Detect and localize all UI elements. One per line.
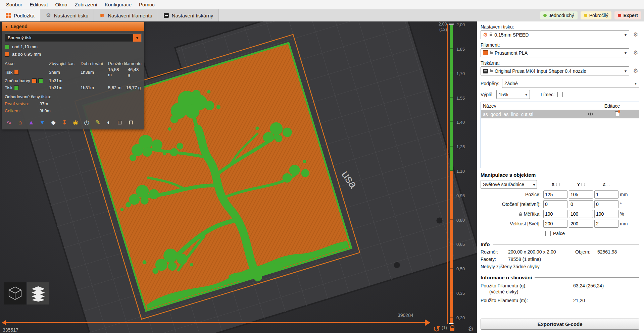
mode-selector: Jednoduchý Pokročilý Expert: [540, 9, 644, 21]
uniform-scale-lock-icon[interactable]: [519, 214, 522, 216]
position-x-field[interactable]: [543, 190, 567, 199]
tab-filament-settings[interactable]: ≋ Nastavení filamentu: [94, 9, 158, 21]
gcode-preview-3d-viewport[interactable]: usa ▼ Legend Barevný tisk ▼ nad 1,10 mm: [0, 21, 477, 333]
facets-label: Facety:: [481, 257, 508, 262]
menu-pomoc[interactable]: Pomoc: [136, 1, 158, 8]
rotation-y-field[interactable]: [569, 200, 593, 208]
feature-toggle-icons: ∿ ⌂ ▲ ▼ ◆ ↧ ◉ ◷ ✎ ◐ □ ⊓: [5, 117, 142, 127]
printer-edit-gear-icon[interactable]: ⚙: [632, 67, 639, 74]
tool-marker-icon[interactable]: ⊓: [127, 119, 135, 126]
pause-prints-icon[interactable]: ◷: [83, 119, 90, 126]
deretractions-icon[interactable]: ▼: [39, 119, 46, 126]
layer-tick: 2,00: [456, 22, 473, 27]
view-type-dropdown-icon[interactable]: ▼: [133, 34, 141, 42]
menu-konfigurace[interactable]: Konfigurace: [101, 1, 135, 8]
scale-z-field[interactable]: [594, 210, 618, 218]
size-info-label: Rozměr:: [481, 249, 508, 255]
infill-label: Výplň:: [481, 92, 494, 97]
undo-icon[interactable]: ↺: [433, 324, 440, 333]
position-z-field[interactable]: [594, 190, 618, 199]
used-filament-g-value: 63,24 (256,24): [573, 283, 639, 288]
visibility-eye-icon[interactable]: [585, 112, 595, 117]
menu-editovat[interactable]: Editovat: [26, 1, 51, 8]
export-gcode-button[interactable]: Exportovat G-code: [481, 319, 639, 330]
scale-x-field[interactable]: [543, 210, 567, 218]
layer-tick: 0,95: [456, 193, 473, 198]
shells-icon[interactable]: ◐: [105, 119, 112, 126]
chevron-down-icon: ▾: [524, 92, 528, 97]
menu-okno[interactable]: Okno: [52, 1, 71, 8]
gcode-move-slider[interactable]: [6, 322, 425, 323]
first-layer-time: První vrstva: 37m: [5, 101, 142, 106]
scale-y-field[interactable]: [569, 210, 593, 218]
info-section: Rozměr: 200,00 x 200,00 x 2,00 Objem: 52…: [481, 249, 639, 262]
editor-view-button[interactable]: [4, 282, 26, 304]
mode-advanced-button[interactable]: Pokročilý: [581, 11, 612, 19]
filament-edit-gear-icon[interactable]: ⚙: [632, 49, 639, 56]
size-y-field[interactable]: [569, 220, 593, 228]
axis-z-header: Z: [594, 182, 618, 187]
layer-slider-bottom-handle[interactable]: [449, 323, 454, 324]
layer-slider-top-handle[interactable]: [449, 23, 454, 25]
infill-select[interactable]: 15% ▾: [496, 90, 530, 99]
tab-plater[interactable]: Podložka: [0, 9, 40, 21]
position-y-field[interactable]: [569, 190, 593, 199]
size-z-field[interactable]: [594, 220, 618, 228]
slider-settings-gear-icon[interactable]: ⚙: [468, 325, 474, 333]
lock-icon[interactable]: [450, 327, 454, 332]
wipe-icon[interactable]: ⌂: [16, 119, 24, 126]
tool-changes-icon[interactable]: ↧: [61, 119, 68, 126]
size-x-field[interactable]: [543, 220, 567, 228]
seams-icon[interactable]: ◆: [50, 119, 57, 126]
green-swatch-icon: [5, 45, 9, 49]
brim-checkbox[interactable]: [557, 92, 563, 97]
rotation-label: Otočení (relativní):: [481, 202, 542, 207]
used-filament-g-label: Použito Filamentu (g):: [481, 283, 573, 288]
tab-print-settings[interactable]: ⚙ Nastavení tisku: [40, 9, 94, 21]
layer-slider[interactable]: [450, 24, 453, 324]
printer-select[interactable]: Original Prusa MK4 Input Shaper 0.4 nozz…: [481, 66, 629, 75]
rotation-x-field[interactable]: [543, 200, 567, 208]
menu-soubor[interactable]: Soubor: [3, 1, 26, 8]
hslider-left-arrow-icon[interactable]: [2, 320, 6, 325]
infill-value: 15%: [499, 92, 523, 97]
object-edit-icon[interactable]: [595, 111, 639, 117]
preview-view-button[interactable]: [27, 282, 49, 304]
print-settings-edit-gear-icon[interactable]: ⚙: [632, 31, 639, 38]
print-settings-select[interactable]: ⚙ 0.15mm SPEED ▾: [481, 30, 629, 39]
supports-select[interactable]: Žádné ▾: [502, 79, 639, 88]
tab-printer-settings-label: Nastavení tiskárny: [172, 13, 213, 18]
layer-tick: 1,25: [456, 144, 473, 149]
rotation-z-field[interactable]: [594, 200, 618, 208]
print-settings-label: Nastavení tisku:: [481, 24, 639, 30]
errors-text: Nebyly zjištěny žádné chyby: [481, 264, 639, 269]
view-type-select[interactable]: Barevný tisk ▼: [5, 34, 142, 42]
mode-expert-button[interactable]: Expert: [614, 11, 641, 19]
layer-tick: 0,80: [456, 218, 473, 223]
retractions-icon[interactable]: ▲: [28, 119, 35, 126]
hslider-right-value: 390284: [398, 313, 413, 318]
tab-printer-settings[interactable]: Nastavení tiskárny: [158, 9, 219, 21]
layer-slider-tickmarks: [450, 24, 453, 324]
inches-checkbox[interactable]: [545, 231, 551, 236]
menu-bar: Soubor Editovat Okno Zobrazení Konfigura…: [0, 0, 644, 9]
filament-select[interactable]: Prusament PLA ▾: [481, 48, 629, 57]
range-label: nad 1,10 mm: [12, 44, 38, 49]
travel-icon[interactable]: ∿: [5, 119, 13, 126]
coordinate-system-select[interactable]: Světové souřadnice ▾: [481, 180, 537, 189]
layer-tick: 1,55: [456, 96, 473, 101]
box-icon[interactable]: □: [116, 119, 123, 126]
mode-expert-dot-icon: [618, 14, 621, 17]
layer-tick: 1,10: [456, 169, 473, 174]
custom-gcodes-icon[interactable]: ✎: [94, 119, 101, 126]
mode-simple-button[interactable]: Jednoduchý: [540, 11, 578, 19]
object-list-item[interactable]: as_good_as_lino_cut.stl: [481, 110, 639, 118]
legend-panel: ▼ Legend Barevný tisk ▼ nad 1,10 mm až d…: [2, 22, 144, 129]
object-manipulation: Světové souřadnice ▾ X Y Z Pozice: mm Ot…: [481, 180, 639, 228]
chevron-down-icon: ▾: [624, 69, 628, 73]
menu-zobrazeni[interactable]: Zobrazení: [71, 1, 101, 8]
mode-advanced-label: Pokročilý: [589, 13, 608, 18]
legend-header[interactable]: ▼ Legend: [2, 22, 144, 31]
color-changes-icon[interactable]: ◉: [72, 119, 79, 126]
hslider-right-handle[interactable]: [425, 319, 430, 326]
